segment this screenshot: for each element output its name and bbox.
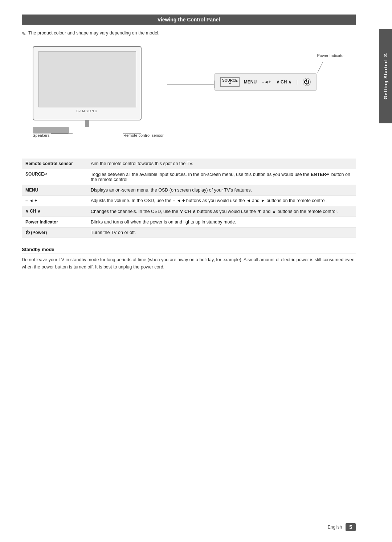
- connector-svg: [167, 79, 216, 90]
- svg-line-2: [318, 62, 323, 73]
- standby-section: Standby mode Do not leave your TV in sta…: [22, 247, 356, 271]
- table-cell-label-1: SOURCE↵: [22, 169, 87, 185]
- side-tab: 01 Getting Started: [379, 29, 392, 123]
- section-number: 01: [383, 53, 388, 57]
- tv-stand-neck: [85, 120, 89, 127]
- note-line: ✎ The product colour and shape may vary …: [22, 30, 356, 37]
- table-cell-label-2: MENU: [22, 185, 87, 196]
- table-cell-desc-5: Blinks and turns off when the power is o…: [87, 217, 356, 227]
- table-cell-desc-1: Toggles between all the available input …: [87, 169, 356, 185]
- table-cell-desc-4: Changes the channels. In the OSD, use th…: [87, 206, 356, 217]
- table-cell-desc-2: Displays an on-screen menu, the OSD (on …: [87, 185, 356, 196]
- table-cell-label-3: – ◄ +: [22, 196, 87, 206]
- main-content: Viewing the Control Panel ✎ The product …: [22, 15, 356, 271]
- note-text: The product colour and shape may vary de…: [28, 30, 159, 36]
- control-buttons-diagram: SOURCE ↵ MENU –◄+ ∨ CH ∧ | ⏻: [214, 73, 317, 91]
- section-title: Getting Started: [383, 60, 388, 99]
- power-indicator-label: Power Indicator: [317, 53, 345, 58]
- table-cell-label-6: ⏻ (Power): [22, 227, 87, 238]
- power-indicator-svg: [296, 60, 325, 74]
- table-cell-label-4: ∨ CH ∧: [22, 206, 87, 217]
- menu-btn: MENU: [244, 79, 257, 85]
- table-cell-label-0: Remote control sensor: [22, 159, 87, 169]
- page-title: Viewing the Control Panel: [22, 15, 356, 25]
- diagram-area: SAMSUNG Speakers Remote control sensor P…: [22, 42, 356, 151]
- info-table: Remote control sensorAim the remote cont…: [22, 159, 356, 238]
- control-panel-area: Power Indicator SOURCE ↵ MENU –◄+ ∨ CH ∧…: [214, 53, 348, 91]
- table-cell-label-5: Power Indicator: [22, 217, 87, 227]
- power-btn: ⏻: [303, 78, 311, 86]
- remote-sensor-line: [123, 134, 141, 134]
- tv-brand: SAMSUNG: [76, 109, 98, 113]
- standby-title: Standby mode: [22, 247, 356, 254]
- tv-body: SAMSUNG: [33, 46, 142, 120]
- standby-text: Do not leave your TV in standby mode for…: [22, 256, 356, 271]
- tv-screen: [38, 51, 136, 107]
- source-btn: SOURCE ↵: [220, 77, 240, 87]
- tv-stand-base: [33, 127, 69, 134]
- footer: English 5: [328, 523, 356, 531]
- table-cell-desc-6: Turns the TV on or off.: [87, 227, 356, 238]
- footer-page-number: 5: [346, 523, 356, 531]
- table-cell-desc-3: Adjusts the volume. In the OSD, use the …: [87, 196, 356, 206]
- separator: |: [297, 79, 298, 85]
- footer-language: English: [328, 525, 342, 530]
- note-icon: ✎: [22, 31, 26, 37]
- channel-btn: ∨ CH ∧: [276, 79, 291, 85]
- tv-illustration: SAMSUNG: [33, 46, 142, 134]
- volume-btn: –◄+: [262, 79, 271, 85]
- speakers-line: [51, 134, 73, 134]
- table-cell-desc-0: Aim the remote control towards this spot…: [87, 159, 356, 169]
- speakers-label: Speakers: [33, 133, 49, 137]
